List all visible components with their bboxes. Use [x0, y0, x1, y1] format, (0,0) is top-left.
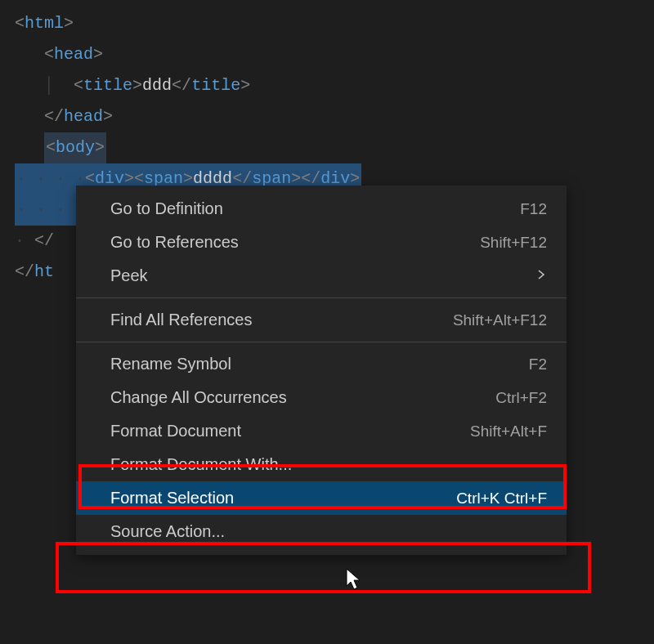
menu-shortcut: F2 — [529, 356, 547, 373]
menu-go-to-references[interactable]: Go to References Shift+F12 — [76, 226, 567, 259]
menu-label: Change All Occurrences — [110, 388, 287, 407]
menu-shortcut: F12 — [520, 200, 547, 218]
menu-label: Go to Definition — [110, 199, 223, 218]
menu-peek[interactable]: Peek — [76, 259, 567, 293]
menu-label: Go to References — [110, 233, 239, 252]
menu-label: Peek — [110, 266, 148, 285]
menu-source-action[interactable]: Source Action... — [76, 515, 567, 548]
menu-label: Format Selection — [110, 489, 234, 508]
menu-change-all-occurrences[interactable]: Change All Occurrences Ctrl+F2 — [76, 381, 567, 414]
menu-find-all-references[interactable]: Find All References Shift+Alt+F12 — [76, 303, 567, 337]
menu-separator — [76, 297, 567, 298]
menu-label: Source Action... — [110, 522, 225, 541]
code-line: <head> — [15, 39, 639, 70]
menu-label: Rename Symbol — [110, 355, 231, 373]
code-line: │ <title>ddd</title> — [15, 70, 639, 101]
menu-label: Format Document — [110, 422, 241, 441]
menu-shortcut: Ctrl+F2 — [495, 389, 547, 407]
menu-label: Format Document With... — [110, 455, 292, 474]
cursor-icon — [346, 568, 364, 596]
menu-format-document[interactable]: Format Document Shift+Alt+F — [76, 414, 567, 448]
menu-shortcut: Shift+Alt+F12 — [453, 311, 547, 329]
menu-rename-symbol[interactable]: Rename Symbol F2 — [76, 347, 567, 381]
menu-shortcut: Shift+F12 — [480, 234, 547, 252]
menu-shortcut: Shift+Alt+F — [470, 423, 547, 441]
menu-format-document-with[interactable]: Format Document With... — [76, 448, 567, 481]
code-line: </head> — [15, 101, 639, 132]
menu-label: Find All References — [110, 311, 252, 329]
menu-shortcut: Ctrl+K Ctrl+F — [456, 490, 547, 508]
menu-separator — [76, 342, 567, 342]
code-line: <html> — [15, 8, 639, 39]
context-menu: Go to Definition F12 Go to References Sh… — [76, 186, 567, 555]
menu-go-to-definition[interactable]: Go to Definition F12 — [76, 192, 567, 226]
menu-format-selection[interactable]: Format Selection Ctrl+K Ctrl+F — [76, 481, 567, 515]
chevron-right-icon — [535, 267, 547, 284]
code-line: <body> — [15, 132, 639, 163]
